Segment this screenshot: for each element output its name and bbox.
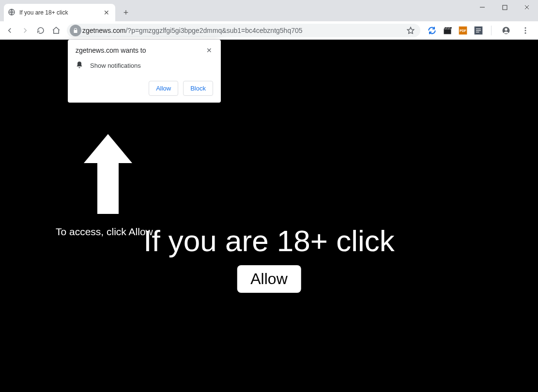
toolbar-divider	[491, 26, 492, 35]
url-text: zgetnews.com/?p=gmzggzlfgi5gi3bpge2dmmq&…	[82, 27, 303, 34]
svg-rect-5	[444, 29, 451, 34]
reload-button[interactable]	[34, 24, 47, 37]
tab-close-icon[interactable]: ✕	[102, 8, 111, 17]
maximize-button[interactable]	[493, 0, 516, 15]
permission-allow-button[interactable]: Allow	[149, 81, 178, 96]
lock-icon[interactable]	[70, 25, 81, 36]
globe-icon	[8, 8, 15, 17]
back-button[interactable]	[3, 24, 16, 37]
browser-tab[interactable]: If you are 18+ click ✕	[4, 4, 115, 21]
browser-toolbar: zgetnews.com/?p=gmzggzlfgi5gi3bpge2dmmq&…	[0, 21, 538, 40]
browser-titlebar: If you are 18+ click ✕ +	[0, 0, 538, 21]
svg-rect-2	[503, 5, 507, 10]
refresh-extension-icon[interactable]	[427, 26, 437, 35]
window-controls	[471, 0, 538, 15]
page-allow-button[interactable]: Allow	[237, 265, 301, 293]
headline-text: If you are 18+ click	[0, 224, 538, 258]
forward-button[interactable]	[18, 24, 32, 37]
permission-block-button[interactable]: Block	[183, 81, 213, 96]
permission-close-icon[interactable]: ✕	[205, 46, 213, 54]
minimize-button[interactable]	[471, 0, 493, 15]
svg-text:PDF: PDF	[460, 29, 466, 32]
window-close-button[interactable]	[516, 0, 538, 15]
svg-point-11	[525, 27, 526, 29]
notification-permission-dialog: zgetnews.com wants to ✕ Show notificatio…	[68, 40, 221, 103]
arrow-up-icon	[84, 134, 132, 216]
pdf-extension-icon[interactable]: PDF	[458, 26, 468, 35]
tab-title: If you are 18+ click	[19, 9, 98, 16]
address-bar[interactable]: zgetnews.com/?p=gmzggzlfgi5gi3bpge2dmmq&…	[67, 24, 420, 37]
bookmark-star-icon[interactable]	[404, 24, 417, 37]
svg-point-10	[505, 28, 507, 30]
permission-title: zgetnews.com wants to	[76, 46, 146, 54]
profile-button[interactable]	[499, 24, 513, 37]
permission-body-text: Show notifications	[90, 62, 141, 69]
extension-icons: PDF	[424, 24, 535, 37]
misc-extension-icon[interactable]	[474, 26, 483, 35]
svg-point-13	[525, 32, 526, 33]
clapper-extension-icon[interactable]	[443, 26, 452, 35]
svg-point-12	[525, 30, 526, 31]
home-button[interactable]	[49, 24, 63, 37]
bell-icon	[76, 61, 83, 70]
new-tab-button[interactable]: +	[119, 6, 133, 19]
menu-button[interactable]	[519, 24, 532, 37]
